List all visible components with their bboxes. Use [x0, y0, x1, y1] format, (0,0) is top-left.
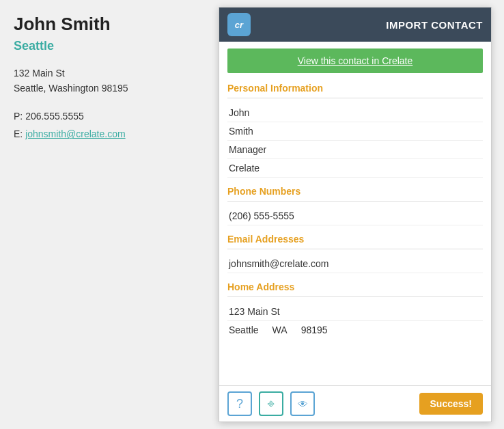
phone-label: P:	[14, 111, 23, 122]
contact-city: Seattle	[14, 39, 198, 53]
city-state-zip-row: Seattle WA 98195	[227, 321, 483, 339]
phone-number-value: (206) 555-5555	[227, 207, 483, 225]
address-line1: 132 Main St	[14, 66, 198, 81]
email-address-value: johnsmith@crelate.com	[227, 255, 483, 273]
import-icon: ⎆	[268, 398, 275, 410]
first-name-value: John	[227, 104, 483, 122]
modal-content[interactable]: View this contact in Crelate Personal In…	[219, 42, 491, 385]
city-value: Seattle	[229, 324, 259, 335]
contact-phone-email: P: 206.555.5555 E: johnsmith@crelate.com	[14, 107, 198, 143]
modal-header: cr IMPORT CONTACT	[219, 8, 491, 42]
title-value: Manager	[227, 141, 483, 159]
question-button[interactable]: ?	[227, 391, 252, 416]
personal-info-header: Personal Information	[227, 83, 483, 94]
phone-numbers-header: Phone Numbers	[227, 186, 483, 197]
modal-footer: ? ⎆ 👁 Success!	[219, 385, 491, 421]
last-name-value: Smith	[227, 122, 483, 141]
question-icon: ?	[236, 397, 243, 411]
eye-icon: 👁	[298, 398, 308, 410]
email-addresses-header: Email Addresses	[227, 234, 483, 245]
address-divider	[227, 296, 483, 297]
success-button[interactable]: Success!	[419, 393, 483, 415]
email-label: E:	[14, 128, 23, 139]
home-address-header: Home Address	[227, 281, 483, 292]
import-contact-modal: cr IMPORT CONTACT View this contact in C…	[219, 7, 492, 422]
contact-address: 132 Main St Seattle, Washington 98195	[14, 66, 198, 96]
personal-info-divider	[227, 98, 483, 98]
email-line: E: johnsmith@crelate.com	[14, 125, 198, 143]
view-contact-button[interactable]: View this contact in Crelate	[227, 49, 483, 73]
modal-title: IMPORT CONTACT	[257, 19, 483, 31]
zip-value: 98195	[301, 324, 328, 335]
email-divider	[227, 249, 483, 249]
email-link[interactable]: johnsmith@crelate.com	[25, 128, 126, 139]
address-line2: Seattle, Washington 98195	[14, 81, 198, 96]
state-value: WA	[272, 324, 288, 335]
company-value: Crelate	[227, 159, 483, 178]
phone-value: 206.555.5555	[25, 111, 84, 122]
eye-button[interactable]: 👁	[290, 391, 315, 416]
contact-name: John Smith	[14, 14, 198, 35]
left-panel: John Smith Seattle 132 Main St Seattle, …	[0, 0, 212, 429]
modal-logo: cr	[227, 13, 251, 36]
phone-line: P: 206.555.5555	[14, 107, 198, 126]
import-button[interactable]: ⎆	[259, 391, 283, 416]
street-value: 123 Main St	[227, 303, 483, 321]
phone-divider	[227, 201, 483, 202]
